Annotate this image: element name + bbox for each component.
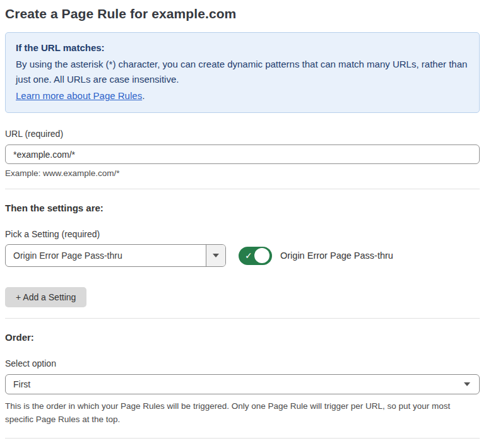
info-box-heading: If the URL matches:: [16, 40, 469, 56]
order-helper-text: This is the order in which your Page Rul…: [5, 399, 477, 426]
url-field-helper: Example: www.example.com/*: [5, 168, 480, 178]
toggle-knob: [254, 248, 270, 263]
order-select-label: Select option: [5, 358, 480, 368]
setting-picker-label: Pick a Setting (required): [5, 229, 480, 239]
chevron-down-icon: [213, 254, 219, 257]
chevron-down-icon: [464, 382, 470, 386]
learn-more-link[interactable]: Learn more about Page Rules: [16, 90, 142, 101]
page-title: Create a Page Rule for example.com: [5, 6, 480, 21]
info-box-link-line: Learn more about Page Rules.: [16, 88, 469, 103]
link-suffix: .: [142, 90, 145, 101]
url-field-label: URL (required): [5, 129, 480, 139]
setting-select-value: Origin Error Page Pass-thru: [6, 245, 206, 266]
create-page-rule-form: Create a Page Rule for example.com If th…: [0, 0, 486, 448]
setting-select[interactable]: Origin Error Page Pass-thru: [5, 244, 226, 267]
add-setting-button[interactable]: + Add a Setting: [5, 287, 86, 307]
divider: [5, 438, 480, 439]
settings-section-heading: Then the settings are:: [5, 203, 480, 213]
url-input[interactable]: [5, 144, 480, 164]
check-icon: ✓: [245, 251, 252, 260]
divider: [5, 318, 480, 319]
order-select-value: First: [13, 379, 30, 389]
toggle-label: Origin Error Page Pass-thru: [280, 251, 393, 261]
order-section-heading: Order:: [5, 332, 480, 343]
order-select[interactable]: First: [5, 374, 480, 394]
origin-error-toggle[interactable]: ✓: [239, 247, 272, 265]
url-match-info-box: If the URL matches: By using the asteris…: [5, 32, 480, 113]
setting-toggle-wrap: ✓ Origin Error Page Pass-thru: [239, 247, 393, 265]
setting-select-arrow-button[interactable]: [206, 245, 225, 266]
divider: [5, 189, 480, 189]
info-box-body: By using the asterisk (*) character, you…: [16, 57, 469, 87]
setting-row: Origin Error Page Pass-thru ✓ Origin Err…: [5, 244, 480, 267]
